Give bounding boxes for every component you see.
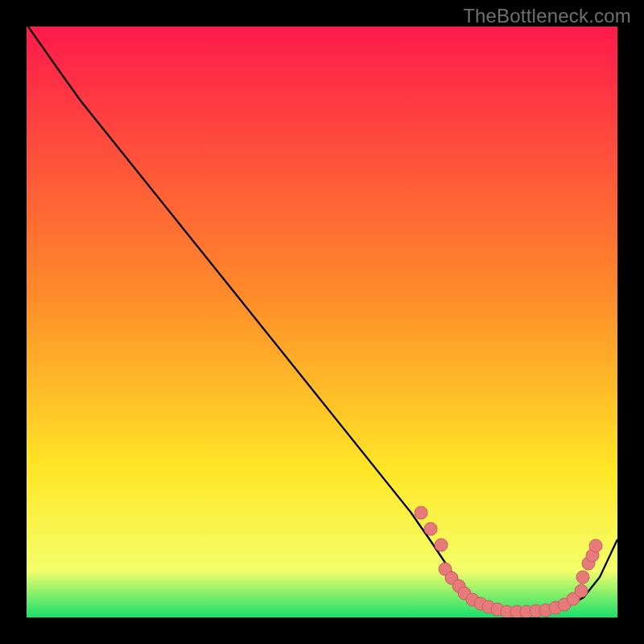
datapoint-marker [435,539,448,551]
datapoint-marker [576,571,589,584]
datapoint-marker [589,539,602,552]
datapoint-marker [575,584,588,597]
datapoint-marker [424,522,437,535]
chart-stage: TheBottleneck.com [0,0,644,644]
gradient-background [27,27,617,617]
datapoint-marker [415,506,427,519]
watermark-text: TheBottleneck.com [463,5,631,27]
bottleneck-plot [0,0,644,644]
